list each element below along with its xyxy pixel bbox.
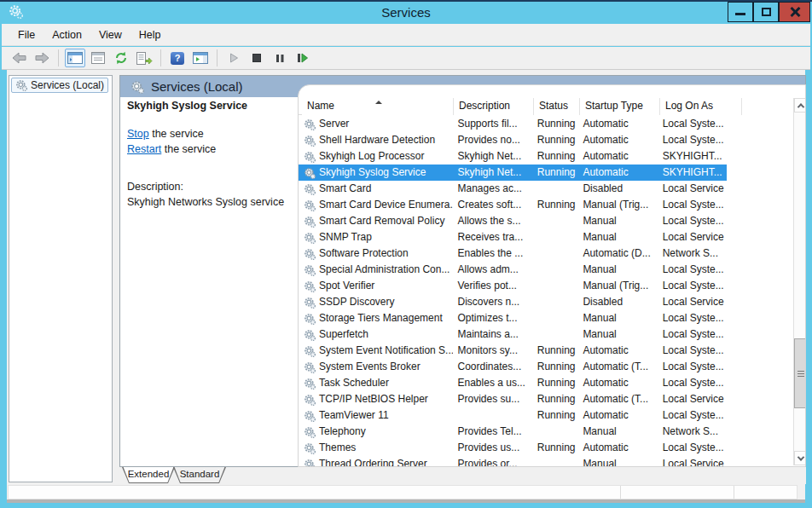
forward-button[interactable] — [32, 49, 52, 67]
restart-service-suffix: the service — [161, 143, 216, 155]
tab-standard[interactable]: Standard — [173, 467, 226, 483]
service-logon-cell: Local Syste... — [658, 359, 727, 375]
table-row[interactable]: Skyhigh Syslog Service Skyhigh Net... Ru… — [299, 165, 727, 181]
table-row[interactable]: Smart Card Manages ac... Disabled Local … — [299, 181, 727, 197]
service-name-cell: Server — [302, 116, 453, 132]
show-console-tree-button[interactable] — [65, 49, 85, 67]
service-logon-cell: Local Syste... — [658, 262, 727, 278]
service-status-cell — [532, 326, 578, 343]
menu-action[interactable]: Action — [44, 26, 90, 43]
properties-button[interactable] — [88, 49, 108, 67]
column-header-startup-type[interactable]: Startup Type — [580, 98, 660, 115]
table-row[interactable]: Smart Card Removal Policy Allows the s..… — [299, 213, 727, 229]
service-description-cell: Enables the ... — [453, 245, 532, 262]
menu-help[interactable]: Help — [131, 26, 169, 43]
column-header-name[interactable]: Name — [302, 98, 454, 115]
scroll-down-button[interactable] — [794, 451, 806, 465]
service-logon-cell: Local Service — [658, 391, 727, 407]
service-gear-icon — [304, 442, 316, 454]
description-text: Skyhigh Networks Syslog service — [127, 195, 294, 209]
service-startup-cell: Automatic — [577, 375, 657, 391]
close-icon — [789, 6, 801, 18]
service-logon-cell: Local Syste... — [658, 278, 727, 294]
table-row[interactable]: TeamViewer 11 Running Automatic Local Sy… — [299, 407, 727, 424]
table-row[interactable]: System Events Broker Coordinates... Runn… — [299, 359, 727, 375]
service-startup-cell: Automatic (D... — [577, 245, 657, 262]
close-button[interactable] — [779, 2, 810, 22]
start-service-button[interactable] — [223, 49, 244, 67]
service-status-cell: Running — [532, 148, 578, 165]
show-action-pane-button[interactable] — [190, 49, 211, 67]
column-header-log-on-as[interactable]: Log On As — [660, 98, 742, 115]
service-logon-cell: Local Service — [658, 294, 727, 310]
extended-info-panel: Skyhigh Syslog Service Stop the service … — [127, 100, 294, 211]
table-row[interactable]: SSDP Discovery Discovers n... Disabled L… — [299, 294, 727, 310]
titlebar[interactable]: Services — [0, 2, 812, 24]
vertical-scrollbar[interactable] — [793, 98, 806, 465]
service-startup-cell: Manual — [577, 229, 657, 245]
service-gear-icon — [304, 135, 316, 147]
service-startup-cell: Manual — [577, 310, 657, 326]
table-row[interactable]: System Event Notification S... Monitors … — [299, 343, 727, 359]
table-row[interactable]: Superfetch Maintains a... Manual Local S… — [299, 326, 727, 343]
back-arrow-icon — [11, 51, 27, 65]
service-gear-icon — [304, 361, 316, 373]
table-row[interactable]: Shell Hardware Detection Provides no... … — [299, 132, 727, 148]
tree-item-services-local[interactable]: Services (Local) — [11, 78, 108, 93]
scrollbar-thumb[interactable] — [794, 338, 806, 408]
table-row[interactable]: Server Supports fil... Running Automatic… — [299, 116, 727, 132]
refresh-button[interactable] — [111, 49, 131, 67]
table-row[interactable]: Skyhigh Log Processor Skyhigh Net... Run… — [299, 148, 727, 165]
stop-service-suffix: the service — [149, 128, 204, 140]
service-logon-cell: Local Service — [658, 229, 727, 245]
table-row[interactable]: Spot Verifier Verifies pot... Manual (Tr… — [299, 278, 727, 294]
column-header-status[interactable]: Status — [534, 98, 580, 115]
table-row[interactable]: SNMP Trap Receives tra... Manual Local S… — [299, 229, 727, 245]
table-row[interactable]: Telephony Provides Tel... Manual Network… — [299, 424, 727, 440]
service-description-cell: Receives tra... — [453, 229, 532, 245]
maximize-button[interactable] — [753, 2, 779, 22]
description-label: Description: — [127, 180, 294, 193]
column-header-description[interactable]: Description — [454, 98, 534, 115]
restart-service-button[interactable] — [293, 49, 313, 67]
table-row[interactable]: Thread Ordering Server Provides or... Ma… — [299, 456, 727, 467]
menu-file[interactable]: File — [10, 26, 43, 43]
stop-service-button[interactable] — [246, 49, 267, 67]
table-row[interactable]: Smart Card Device Enumera... Creates sof… — [299, 197, 727, 213]
service-startup-cell: Automatic — [577, 440, 657, 456]
service-gear-icon — [304, 329, 316, 341]
console-tree-icon — [67, 52, 83, 64]
tab-extended[interactable]: Extended — [122, 467, 175, 483]
table-row[interactable]: Task Scheduler Enables a us... Running A… — [299, 375, 727, 391]
export-list-icon — [136, 52, 153, 65]
service-description-cell: Manages ac... — [453, 181, 532, 197]
export-list-button[interactable] — [134, 49, 154, 67]
scroll-up-button[interactable] — [794, 98, 806, 113]
back-button[interactable] — [9, 49, 29, 67]
services-pane: Services (Local) Skyhigh Syslog Service … — [119, 75, 806, 467]
stop-service-link[interactable]: Stop — [127, 128, 149, 140]
restart-service-link[interactable]: Restart — [127, 143, 161, 155]
service-logon-cell: Local Syste... — [658, 375, 727, 391]
service-status-cell: Running — [532, 359, 578, 375]
console-tree-panel: Services (Local) — [9, 75, 113, 482]
status-bar — [8, 485, 798, 499]
service-gear-icon — [304, 426, 316, 438]
service-name-cell: SNMP Trap — [302, 229, 453, 245]
service-name-cell: Software Protection — [302, 245, 453, 262]
table-row[interactable]: Themes Provides us... Running Automatic … — [299, 440, 727, 456]
table-row[interactable]: TCP/IP NetBIOS Helper Provides su... Run… — [299, 391, 727, 407]
service-startup-cell: Automatic — [577, 148, 657, 165]
minimize-button[interactable] — [728, 2, 753, 22]
table-row[interactable]: Software Protection Enables the ... Auto… — [299, 245, 727, 262]
pane-gear-icon — [130, 80, 144, 94]
service-name-cell: TeamViewer 11 — [302, 407, 453, 424]
service-gear-icon — [304, 297, 316, 309]
table-row[interactable]: Special Administration Con... Allows adm… — [299, 262, 727, 278]
service-name-cell: TCP/IP NetBIOS Helper — [302, 391, 453, 407]
service-startup-cell: Manual — [577, 456, 657, 467]
menu-view[interactable]: View — [91, 26, 130, 43]
pause-service-button[interactable] — [270, 49, 290, 67]
table-row[interactable]: Storage Tiers Management Optimizes t... … — [299, 310, 727, 326]
help-button[interactable]: ? — [167, 49, 188, 67]
